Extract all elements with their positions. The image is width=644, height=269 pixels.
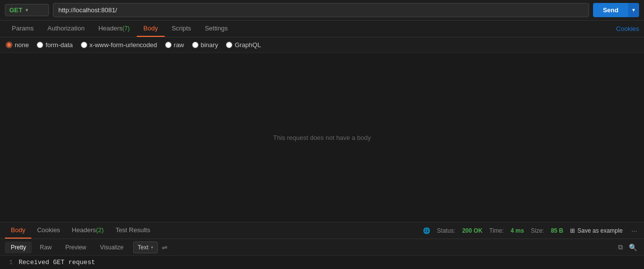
send-chevron-button[interactable]: ▾ (628, 3, 639, 17)
radio-form-data[interactable]: form-data (37, 41, 73, 49)
line-number-1: 1 (5, 259, 13, 266)
globe-icon[interactable]: 🌐 (423, 227, 430, 234)
response-tab-body[interactable]: Body (5, 222, 31, 239)
code-line-1: Received GET request (19, 259, 95, 266)
copy-icon[interactable]: ⧉ (616, 241, 625, 253)
save-icon: ⊞ (570, 227, 575, 234)
status-value: 200 OK (462, 227, 482, 234)
wrap-icon[interactable]: ⇌ (162, 243, 168, 251)
response-tab-row: Body Cookies Headers(2) Test Results 🌐 S… (0, 222, 644, 239)
body-options-row: none form-data x-www-form-urlencoded raw… (0, 37, 644, 53)
code-area: 1 Received GET request (0, 256, 644, 269)
body-placeholder-text: This request does not have a body (273, 134, 371, 141)
url-input[interactable] (53, 3, 589, 17)
method-dropdown[interactable]: GET ▾ (5, 4, 49, 16)
radio-graphql[interactable]: GraphQL (226, 41, 261, 49)
radio-none[interactable]: none (6, 41, 29, 49)
method-chevron-icon: ▾ (25, 7, 28, 13)
text-dropdown-caret-icon: ▾ (151, 245, 153, 250)
more-button[interactable]: ··· (629, 227, 639, 235)
text-dropdown[interactable]: Text ▾ (133, 242, 158, 253)
status-label: Status: (437, 227, 455, 234)
request-tab-row: Params Authorization Headers(7) Body Scr… (0, 21, 644, 37)
radio-binary[interactable]: binary (192, 41, 218, 49)
format-toolbar: Pretty Raw Preview Visualize Text ▾ ⇌ ⧉ … (0, 239, 644, 256)
tab-settings[interactable]: Settings (198, 21, 235, 37)
response-tab-test-results[interactable]: Test Results (110, 222, 156, 239)
send-btn-group: Send ▾ (593, 3, 639, 17)
text-dropdown-label: Text (138, 244, 149, 251)
format-tab-preview[interactable]: Preview (59, 242, 92, 253)
format-tab-pretty[interactable]: Pretty (5, 242, 32, 253)
tab-headers[interactable]: Headers(7) (92, 21, 137, 37)
response-meta: 🌐 Status: 200 OK Time: 4 ms Size: 85 B ⊞… (423, 227, 639, 235)
send-button[interactable]: Send (593, 3, 628, 17)
top-bar: GET ▾ Send ▾ (0, 0, 644, 21)
save-example-button[interactable]: ⊞ Save as example (570, 227, 622, 234)
cookies-link[interactable]: Cookies (616, 21, 639, 36)
body-area: This request does not have a body (0, 53, 644, 222)
radio-x-www-form-urlencoded[interactable]: x-www-form-urlencoded (81, 41, 157, 49)
method-label: GET (9, 6, 23, 14)
save-example-label: Save as example (577, 227, 622, 234)
format-tab-visualize[interactable]: Visualize (94, 242, 129, 253)
tab-body[interactable]: Body (137, 21, 165, 37)
radio-raw[interactable]: raw (165, 41, 184, 49)
search-icon[interactable]: 🔍 (627, 242, 639, 253)
size-label: Size: (531, 227, 544, 234)
time-label: Time: (489, 227, 504, 234)
time-value: 4 ms (511, 227, 524, 234)
response-panel: Body Cookies Headers(2) Test Results 🌐 S… (0, 222, 644, 269)
response-tab-cookies[interactable]: Cookies (31, 222, 66, 239)
size-value: 85 B (551, 227, 563, 234)
tab-scripts[interactable]: Scripts (165, 21, 198, 37)
format-tab-raw[interactable]: Raw (34, 242, 57, 253)
tab-authorization[interactable]: Authorization (41, 21, 92, 37)
tab-params[interactable]: Params (5, 21, 41, 37)
response-tab-headers[interactable]: Headers(2) (66, 222, 110, 239)
